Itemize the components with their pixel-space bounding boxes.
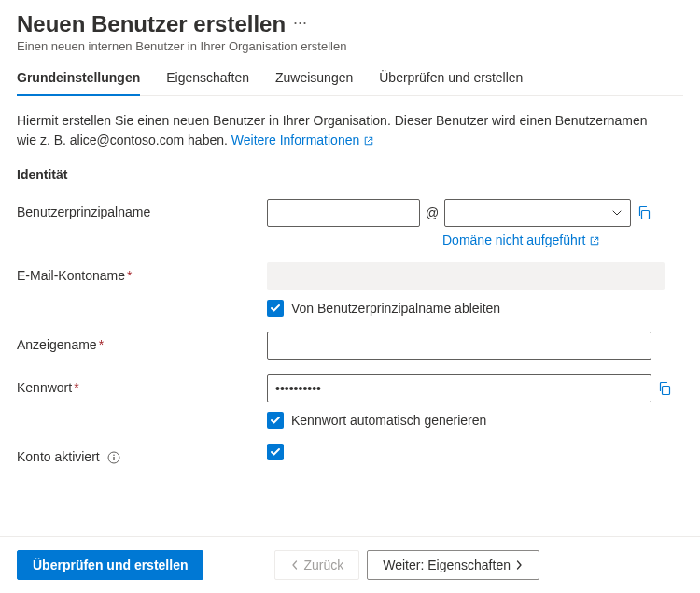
display-name-label: Anzeigename* bbox=[17, 332, 267, 352]
back-button: Zurück bbox=[274, 550, 359, 580]
next-button[interactable]: Weiter: Eigenschaften bbox=[367, 550, 539, 580]
password-label: Kennwort* bbox=[17, 374, 267, 395]
derive-from-upn-label: Von Benutzerprinzipalname ableiten bbox=[291, 301, 500, 316]
svg-rect-1 bbox=[663, 387, 670, 395]
account-enabled-label: Konto aktiviert bbox=[17, 444, 267, 464]
svg-rect-4 bbox=[113, 457, 114, 460]
password-copy-button[interactable] bbox=[657, 381, 672, 396]
learn-more-link[interactable]: Weitere Informationen bbox=[231, 133, 374, 148]
upn-at-symbol: @ bbox=[426, 205, 439, 220]
mail-nickname-input bbox=[267, 262, 665, 290]
tab-basics[interactable]: Grundeinstellungen bbox=[17, 70, 140, 96]
tab-assignments[interactable]: Zuweisungen bbox=[275, 70, 353, 96]
review-create-button[interactable]: Überprüfen und erstellen bbox=[17, 550, 203, 580]
external-link-icon bbox=[363, 135, 374, 147]
intro-text: Hiermit erstellen Sie einen neuen Benutz… bbox=[17, 111, 670, 150]
autogen-password-checkbox[interactable] bbox=[267, 412, 284, 429]
upn-label: Benutzerprinzipalname bbox=[17, 199, 267, 219]
checkmark-icon bbox=[270, 415, 281, 426]
page-title: Neuen Benutzer erstellen bbox=[17, 11, 286, 37]
derive-from-upn-checkbox[interactable] bbox=[267, 300, 284, 317]
tab-bar: Grundeinstellungen Eigenschaften Zuweisu… bbox=[17, 70, 683, 96]
mail-nickname-label: E-Mail-Kontoname* bbox=[17, 262, 267, 283]
password-input[interactable] bbox=[267, 374, 651, 402]
checkmark-icon bbox=[270, 303, 281, 314]
external-link-icon bbox=[589, 235, 600, 247]
upn-domain-select[interactable] bbox=[444, 199, 631, 227]
domain-not-listed-link[interactable]: Domäne nicht aufgeführt bbox=[442, 233, 600, 247]
more-actions-button[interactable]: ··· bbox=[293, 13, 307, 36]
chevron-down-icon bbox=[611, 207, 623, 219]
checkmark-icon bbox=[270, 446, 281, 458]
account-enabled-checkbox[interactable] bbox=[267, 444, 284, 460]
chevron-left-icon bbox=[290, 560, 300, 570]
upn-localpart-input[interactable] bbox=[267, 199, 420, 227]
svg-point-3 bbox=[113, 455, 115, 457]
identity-section-title: Identität bbox=[17, 167, 683, 182]
display-name-input[interactable] bbox=[267, 332, 651, 360]
autogen-password-label: Kennwort automatisch generieren bbox=[291, 413, 486, 428]
copy-icon bbox=[637, 205, 651, 220]
upn-copy-button[interactable] bbox=[637, 205, 651, 220]
info-icon[interactable] bbox=[107, 451, 120, 464]
footer-bar: Überprüfen und erstellen Zurück Weiter: … bbox=[0, 536, 700, 593]
tab-properties[interactable]: Eigenschaften bbox=[166, 70, 249, 96]
copy-icon bbox=[657, 381, 672, 396]
svg-rect-0 bbox=[642, 211, 650, 219]
page-subtitle: Einen neuen internen Benutzer in Ihrer O… bbox=[17, 39, 683, 53]
tab-review[interactable]: Überprüfen und erstellen bbox=[379, 70, 523, 96]
chevron-right-icon bbox=[514, 560, 524, 570]
